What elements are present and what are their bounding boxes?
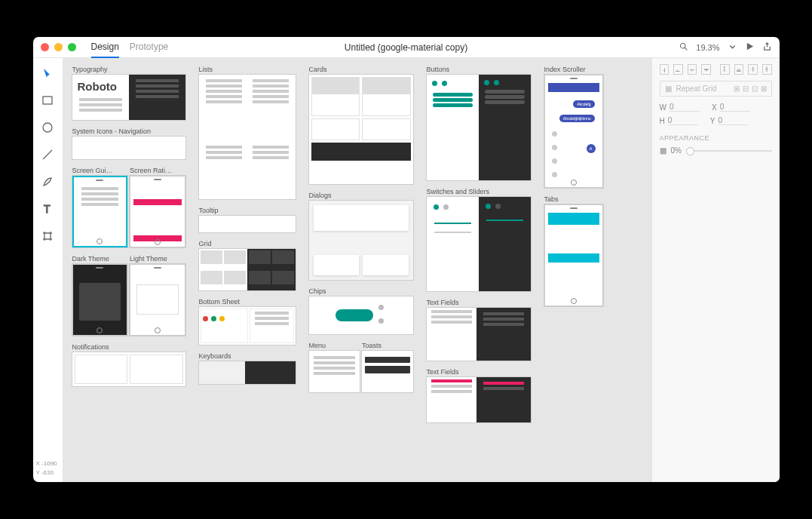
artboard-label[interactable]: Bottom Sheet: [199, 298, 296, 306]
artboard-label[interactable]: Notifications: [72, 343, 185, 351]
zoom-button[interactable]: [68, 43, 76, 51]
share-icon[interactable]: [762, 41, 772, 53]
opacity-slider[interactable]: [686, 150, 772, 152]
artboard-tooltip[interactable]: [199, 216, 296, 232]
distribute-h-icon[interactable]: ⫲: [748, 64, 758, 75]
repeat-grid-button[interactable]: ▦ Repeat Grid ⊞ ⊟ ⊡ ⊠: [660, 81, 772, 97]
align-right-icon[interactable]: ⫟: [688, 64, 697, 75]
artboard-label[interactable]: Switches and Sliders: [427, 188, 531, 195]
tab-design[interactable]: Design: [91, 37, 119, 58]
align-center-h-icon[interactable]: ⫠: [673, 64, 683, 75]
artboard-label[interactable]: Menu: [309, 342, 360, 349]
artboard-label[interactable]: Toasts: [362, 342, 413, 349]
height-input[interactable]: [668, 116, 698, 125]
artboard-light-theme[interactable]: [130, 264, 185, 336]
toolbar: T X -1090 Y -630: [33, 58, 63, 482]
artboard-cards[interactable]: [309, 75, 413, 184]
search-icon[interactable]: [679, 41, 688, 53]
document-title: Untitled (google-material copy): [345, 42, 467, 53]
artboard-grid[interactable]: [199, 249, 296, 290]
artboard-screen-guidelines[interactable]: [72, 176, 128, 247]
artboard-label[interactable]: Light Theme: [130, 255, 185, 263]
svg-line-5: [43, 150, 52, 159]
artboard-switches-sliders[interactable]: [427, 197, 531, 291]
artboard-menu[interactable]: [309, 351, 360, 392]
artboard-tabs[interactable]: [544, 204, 603, 306]
artboard-buttons[interactable]: [427, 75, 531, 180]
artboard-keyboards[interactable]: [199, 361, 296, 384]
artboard-chips[interactable]: [309, 296, 413, 334]
align-left-icon[interactable]: ⫞: [660, 64, 670, 75]
artboard-dark-theme[interactable]: [72, 264, 128, 336]
y-input[interactable]: [718, 116, 748, 125]
align-middle-icon[interactable]: ⫱: [720, 64, 730, 75]
pathfinder-subtract-icon[interactable]: ⊟: [743, 84, 749, 93]
artboard-label[interactable]: Keyboards: [199, 352, 296, 360]
pathfinder-exclude-icon[interactable]: ⊠: [761, 84, 767, 93]
align-controls: ⫞ ⫠ ⫟ ⫧ ⫱ ⫨ ⫲ ⫳: [660, 64, 772, 75]
tab-prototype[interactable]: Prototype: [130, 37, 168, 57]
pathfinder-intersect-icon[interactable]: ⊡: [752, 84, 758, 93]
text-tool[interactable]: T: [40, 201, 55, 217]
width-label: W: [660, 103, 666, 112]
artboard-bottom-sheet[interactable]: [199, 307, 296, 345]
width-input[interactable]: [670, 103, 700, 112]
rectangle-tool[interactable]: [40, 93, 55, 108]
artboard-label[interactable]: Index Scroller: [544, 66, 603, 73]
x-label: X: [712, 103, 717, 112]
canvas[interactable]: Typography Roboto System Icons - Navigat…: [63, 58, 651, 482]
align-top-icon[interactable]: ⫧: [701, 64, 711, 75]
artboard-label[interactable]: Lists: [199, 66, 296, 73]
artboard-label[interactable]: Screen Rati…: [130, 167, 185, 174]
artboard-label[interactable]: Typography: [72, 66, 185, 73]
artboard-label[interactable]: Tooltip: [199, 207, 296, 214]
app-window: Design Prototype Untitled (google-materi…: [33, 37, 780, 482]
ellipse-tool[interactable]: [40, 120, 55, 135]
y-label: Y: [710, 117, 715, 125]
artboard-text-fields[interactable]: [427, 308, 531, 361]
artboard-label[interactable]: Screen Gui…: [72, 167, 128, 174]
pathfinder-add-icon[interactable]: ⊞: [734, 84, 740, 93]
pen-tool[interactable]: [40, 174, 55, 189]
artboard-label[interactable]: Dark Theme: [72, 255, 128, 263]
artboard-label[interactable]: Text Fields: [427, 368, 531, 376]
svg-text:T: T: [44, 203, 51, 215]
artboard-system-icons[interactable]: [72, 137, 185, 159]
artboard-label[interactable]: Grid: [199, 240, 296, 247]
mode-tabs: Design Prototype: [91, 37, 169, 57]
artboard-toasts[interactable]: [362, 351, 413, 392]
svg-line-1: [685, 48, 687, 50]
play-icon[interactable]: [745, 41, 755, 53]
minimize-button[interactable]: [54, 43, 63, 51]
distribute-v-icon[interactable]: ⫳: [762, 64, 772, 75]
artboard-label[interactable]: System Icons - Navigation: [72, 127, 185, 135]
artboard-label[interactable]: Cards: [309, 66, 413, 73]
select-tool[interactable]: [40, 66, 55, 81]
artboard-label[interactable]: Text Fields: [427, 299, 531, 306]
zoom-level[interactable]: 19.3%: [696, 43, 719, 52]
cursor-coordinates: X -1090 Y -630: [36, 459, 57, 478]
artboard-tool[interactable]: [40, 229, 55, 244]
line-tool[interactable]: [40, 147, 55, 162]
titlebar: Design Prototype Untitled (google-materi…: [33, 37, 780, 58]
grid-icon: ▦: [665, 84, 672, 93]
close-button[interactable]: [41, 43, 49, 51]
artboard-label[interactable]: Tabs: [544, 195, 603, 203]
opacity-value[interactable]: 0%: [671, 146, 682, 155]
svg-rect-3: [43, 97, 52, 104]
artboard-label[interactable]: Buttons: [427, 66, 531, 73]
align-bottom-icon[interactable]: ⫨: [734, 64, 744, 75]
artboard-notifications[interactable]: [72, 352, 185, 386]
artboard-dialogs[interactable]: [309, 201, 413, 280]
artboard-typography[interactable]: Roboto: [72, 75, 185, 120]
artboard-lists[interactable]: [199, 75, 296, 199]
svg-point-0: [681, 43, 686, 48]
opacity-checker-icon: ▩: [660, 146, 666, 155]
artboard-screen-ratio[interactable]: [130, 176, 185, 247]
artboard-label[interactable]: Dialogs: [309, 192, 413, 199]
artboard-label[interactable]: Chips: [309, 287, 413, 295]
artboard-index-scroller[interactable]: AbcdefgAbcdefghijklmno A: [544, 75, 603, 188]
x-input[interactable]: [720, 103, 750, 112]
artboard-text-fields-2[interactable]: [427, 377, 531, 422]
chevron-down-icon[interactable]: [728, 41, 737, 53]
